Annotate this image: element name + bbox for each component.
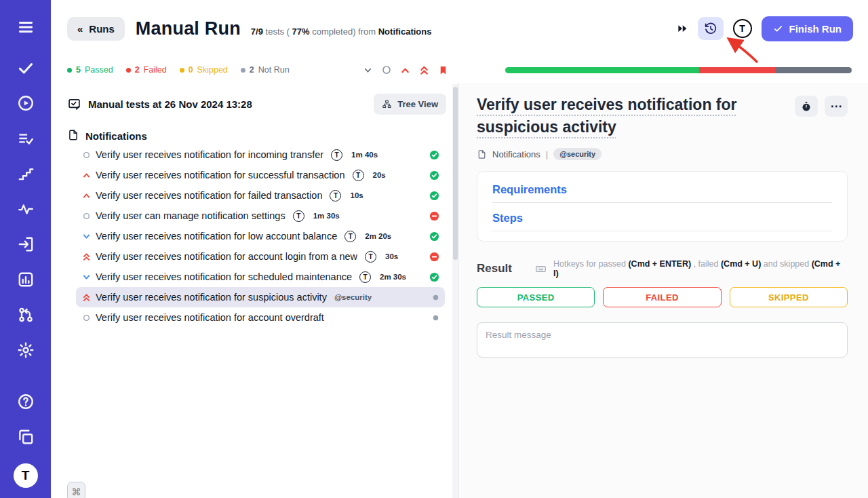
tests-percent: 77% bbox=[292, 26, 310, 37]
mark-passed-button[interactable]: PASSED bbox=[477, 287, 595, 307]
account-logo: T bbox=[733, 19, 752, 38]
play-circle-icon[interactable] bbox=[17, 94, 35, 112]
test-tree-pane: Manual tests at 26 Nov 2024 13:28 Tree V… bbox=[51, 83, 458, 498]
test-detail-title[interactable]: Verify user receives notification for su… bbox=[477, 94, 787, 138]
scrollbar-thumb[interactable] bbox=[453, 87, 458, 260]
menu-icon[interactable] bbox=[17, 18, 35, 36]
progress-segment-failed bbox=[699, 67, 776, 73]
stopwatch-button[interactable] bbox=[795, 96, 818, 117]
passed-stat: 5Passed bbox=[67, 65, 113, 75]
command-key-button[interactable]: ⌘ bbox=[67, 482, 85, 498]
test-tree: Notifications Verify user receives notif… bbox=[67, 127, 458, 498]
test-row[interactable]: Verify user receives notification for lo… bbox=[76, 226, 445, 246]
suite-row[interactable]: Notifications bbox=[67, 127, 445, 145]
mark-skipped-button[interactable]: SKIPPED bbox=[730, 287, 848, 307]
copy-icon[interactable] bbox=[17, 428, 35, 446]
result-message-input[interactable] bbox=[477, 322, 848, 358]
help-icon[interactable] bbox=[17, 393, 35, 410]
test-duration: 10s bbox=[350, 191, 363, 199]
more-options-button[interactable]: ⋯ bbox=[825, 96, 848, 117]
status-passed-icon bbox=[429, 170, 439, 180]
mark-failed-button[interactable]: FAILED bbox=[603, 287, 721, 307]
test-type-icon: T bbox=[344, 231, 356, 242]
test-title: Verify user receives notification for in… bbox=[96, 149, 323, 160]
priority-filters bbox=[363, 65, 448, 75]
chevron-down-icon[interactable] bbox=[363, 65, 373, 75]
steps-section-link[interactable]: Steps bbox=[492, 203, 832, 231]
skipped-stat: 0Skipped bbox=[180, 65, 228, 75]
requirements-section-link[interactable]: Requirements bbox=[492, 174, 832, 203]
test-type-icon: T bbox=[365, 251, 376, 263]
check-icon[interactable] bbox=[17, 59, 35, 77]
test-title: Verify user receives notification for lo… bbox=[96, 231, 337, 242]
pulse-icon[interactable] bbox=[17, 200, 35, 218]
tree-view-label: Tree View bbox=[397, 99, 438, 109]
breadcrumb-divider: | bbox=[546, 149, 548, 159]
progress-segment-notrun bbox=[775, 67, 852, 73]
branch-icon[interactable] bbox=[17, 306, 35, 324]
test-duration: 2m 20s bbox=[365, 232, 391, 240]
passed-dot bbox=[67, 68, 72, 73]
notrun-dot bbox=[241, 68, 245, 73]
test-row[interactable]: Verify user receives notification for fa… bbox=[76, 185, 445, 206]
test-status bbox=[429, 170, 439, 180]
tree-pane-header: Manual tests at 26 Nov 2024 13:28 Tree V… bbox=[67, 94, 458, 115]
file-icon bbox=[477, 149, 487, 159]
test-duration: 1m 30s bbox=[313, 212, 340, 220]
chart-icon[interactable] bbox=[17, 271, 35, 288]
test-status bbox=[429, 150, 439, 160]
test-row[interactable]: Verify user receives notification for in… bbox=[76, 145, 445, 165]
test-row[interactable]: Verify user receives notification for sc… bbox=[76, 267, 445, 287]
run-history-button[interactable] bbox=[698, 17, 724, 40]
priority-high-icon bbox=[82, 191, 91, 200]
priority-normal-filter-icon[interactable] bbox=[382, 65, 391, 75]
run-type-icon bbox=[67, 97, 81, 111]
stairs-icon[interactable] bbox=[17, 165, 35, 183]
breadcrumb-suite[interactable]: Notifications bbox=[492, 149, 540, 159]
bookmark-icon[interactable] bbox=[438, 65, 448, 75]
test-row[interactable]: Verify user receives notification for su… bbox=[76, 287, 445, 307]
test-list-icon[interactable] bbox=[17, 130, 35, 147]
scrollbar-track[interactable] bbox=[452, 84, 458, 498]
back-chevron-icon: « bbox=[77, 23, 83, 35]
test-detail-pane: Verify user receives notification for su… bbox=[458, 83, 868, 498]
hotkeys-hint: Hotkeys for passed (Cmd + ENTER) , faile… bbox=[553, 259, 848, 278]
suite-name: Notifications bbox=[378, 26, 432, 37]
suite-file-icon bbox=[67, 129, 79, 143]
priority-high-filter-icon[interactable] bbox=[400, 65, 410, 75]
tree-view-button[interactable]: Tree View bbox=[374, 94, 446, 115]
status-row: 5Passed 2Failed 0Skipped 2Not Run bbox=[51, 57, 868, 83]
test-title: Verify user receives notification for ac… bbox=[96, 251, 357, 262]
priority-normal-icon bbox=[82, 151, 91, 159]
test-title: Verify user receives notification for su… bbox=[96, 170, 345, 180]
tree-icon bbox=[382, 99, 392, 109]
test-row[interactable]: Verify user receives notification for ac… bbox=[76, 246, 445, 267]
test-status bbox=[432, 314, 439, 322]
status-passed-icon bbox=[429, 150, 439, 160]
detail-header: Verify user receives notification for su… bbox=[477, 94, 848, 138]
result-buttons: PASSED FAILED SKIPPED bbox=[477, 287, 848, 307]
priority-normal-icon bbox=[82, 212, 91, 220]
runs-button-label: Runs bbox=[89, 23, 115, 35]
priority-low-icon bbox=[82, 273, 91, 282]
test-row[interactable]: Verify user receives notification for su… bbox=[76, 165, 445, 185]
priority-critical-filter-icon[interactable] bbox=[419, 65, 429, 75]
import-icon[interactable] bbox=[17, 235, 35, 253]
check-icon bbox=[773, 24, 783, 34]
back-to-runs-button[interactable]: « Runs bbox=[67, 17, 125, 41]
detail-card: Requirements Steps bbox=[477, 171, 848, 242]
priority-low-icon bbox=[82, 232, 91, 241]
title-group: Manual Run 7/9 tests ( 77% completed) fr… bbox=[136, 18, 432, 39]
finish-run-label: Finish Run bbox=[789, 23, 842, 35]
result-label: Result bbox=[477, 262, 512, 275]
test-type-icon: T bbox=[331, 149, 342, 161]
fast-forward-icon[interactable] bbox=[676, 22, 688, 35]
test-row[interactable]: Verify user can manage notification sett… bbox=[76, 206, 445, 226]
status-passed-icon bbox=[429, 231, 439, 242]
test-row[interactable]: Verify user receives notification for ac… bbox=[76, 307, 445, 328]
gear-icon[interactable] bbox=[17, 341, 35, 359]
test-title: Verify user can manage notification sett… bbox=[96, 210, 285, 221]
finish-run-button[interactable]: Finish Run bbox=[762, 16, 854, 41]
test-duration: 20s bbox=[373, 171, 386, 179]
detail-actions: ⋯ bbox=[795, 96, 848, 117]
